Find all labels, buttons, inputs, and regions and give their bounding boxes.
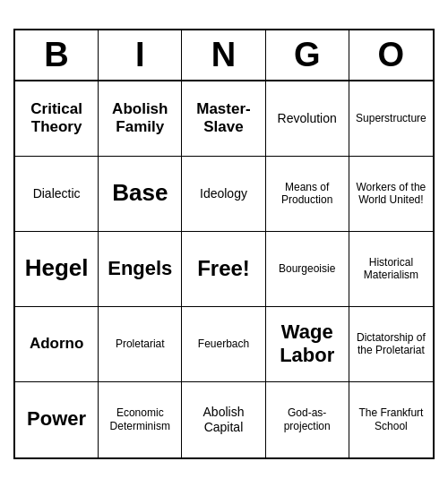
bingo-cell: Superstructure xyxy=(349,81,433,157)
bingo-cell: Hegel xyxy=(15,232,99,307)
bingo-cell: Critical Theory xyxy=(15,81,99,157)
bingo-header: BINGO xyxy=(15,30,433,81)
bingo-cell: Economic Determinism xyxy=(99,382,182,457)
bingo-cell: The Frankfurt School xyxy=(349,382,433,457)
bingo-cell: Power xyxy=(15,382,99,457)
bingo-cell: Master-Slave xyxy=(182,81,265,157)
bingo-cell: Base xyxy=(99,157,182,232)
bingo-cell: Dictatorship of the Proletariat xyxy=(349,307,433,382)
header-letter: G xyxy=(266,30,349,80)
header-letter: O xyxy=(349,30,433,80)
bingo-cell: Workers of the World United! xyxy=(349,157,433,232)
bingo-cell: Wage Labor xyxy=(266,307,349,382)
bingo-cell: Revolution xyxy=(266,81,349,157)
bingo-cell: Engels xyxy=(99,232,182,307)
header-letter: B xyxy=(15,30,99,80)
bingo-cell: Bourgeoisie xyxy=(266,232,349,307)
bingo-card: BINGO Critical TheoryAbolish FamilyMaste… xyxy=(13,29,435,459)
bingo-cell: Feuerbach xyxy=(182,307,265,382)
bingo-cell: Ideology xyxy=(182,157,265,232)
header-letter: I xyxy=(99,30,182,80)
bingo-cell: Proletariat xyxy=(99,307,182,382)
bingo-cell: God-as-projection xyxy=(266,382,349,457)
bingo-cell: Means of Production xyxy=(266,157,349,232)
bingo-cell: Dialectic xyxy=(15,157,99,232)
bingo-grid: Critical TheoryAbolish FamilyMaster-Slav… xyxy=(15,81,433,457)
bingo-cell: Abolish Family xyxy=(99,81,182,157)
header-letter: N xyxy=(182,30,265,80)
bingo-cell: Historical Materialism xyxy=(349,232,433,307)
bingo-cell: Abolish Capital xyxy=(182,382,265,457)
bingo-cell: Free! xyxy=(182,232,265,307)
bingo-cell: Adorno xyxy=(15,307,99,382)
